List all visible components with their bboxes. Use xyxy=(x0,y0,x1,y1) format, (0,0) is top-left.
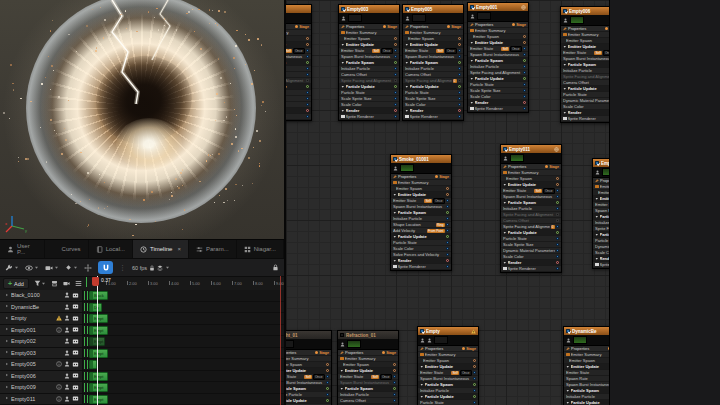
stage-ring-icon[interactable] xyxy=(393,363,397,367)
chevron-down-icon[interactable] xyxy=(503,231,507,235)
emitter-node-header[interactable]: Empty002 xyxy=(286,5,311,13)
stage-ring-icon[interactable] xyxy=(556,231,560,235)
stage-ring-icon[interactable] xyxy=(326,387,330,391)
module-enabled-checkbox[interactable] xyxy=(556,207,560,211)
stage-ring-icon[interactable] xyxy=(458,43,462,47)
expander-icon[interactable] xyxy=(5,362,9,367)
module-enabled-checkbox[interactable] xyxy=(306,55,310,59)
module-enabled-checkbox[interactable] xyxy=(523,89,527,93)
emitter-node-header[interactable]: DynamicBe xyxy=(564,327,609,335)
emitter-lifetime-bar[interactable]: Empt xyxy=(89,372,108,381)
expander-icon[interactable] xyxy=(5,373,9,378)
emitter-lifetime-bar[interactable]: Empt xyxy=(89,395,108,404)
node-row-particle-update[interactable]: Particle Update xyxy=(564,400,609,405)
emitter-thumbnail-row[interactable] xyxy=(403,13,463,24)
isolate-icon[interactable] xyxy=(563,18,568,23)
track-header[interactable]: Empty009 xyxy=(0,382,83,393)
track-row-empty002[interactable]: Empty002Empt xyxy=(0,336,284,348)
emitter-thumbnail-row[interactable] xyxy=(286,339,331,350)
stage-ring-icon[interactable] xyxy=(446,193,450,197)
emitter-thumbnail-row[interactable] xyxy=(286,13,311,24)
stage-ring-icon[interactable] xyxy=(473,383,477,387)
emitter-thumbnail-row[interactable] xyxy=(391,163,451,174)
module-enabled-checkbox[interactable] xyxy=(393,399,397,403)
emitter-lifetime-bar[interactable]: Empt xyxy=(89,326,108,335)
module-enabled-checkbox[interactable] xyxy=(446,217,450,221)
person-icon[interactable] xyxy=(64,338,70,344)
stage-ring-icon[interactable] xyxy=(306,85,310,89)
module-enabled-checkbox[interactable] xyxy=(556,189,560,193)
track-lane[interactable]: Black xyxy=(83,290,284,301)
track-row-empty011[interactable]: Empty011Empt xyxy=(0,394,284,405)
node-row-particle-state[interactable]: Particle State xyxy=(418,400,478,405)
person-icon[interactable] xyxy=(64,361,70,367)
playback-start-marker[interactable] xyxy=(86,277,88,287)
module-enabled-checkbox[interactable] xyxy=(446,265,450,269)
module-enabled-checkbox[interactable] xyxy=(446,241,450,245)
emitter-enabled-checkbox[interactable] xyxy=(340,333,344,337)
track-lane[interactable]: Empt xyxy=(83,382,284,393)
module-enabled-checkbox[interactable] xyxy=(394,49,398,53)
tab-param-[interactable]: Param... xyxy=(189,240,237,258)
stage-ring-icon[interactable] xyxy=(394,109,398,113)
track-header[interactable]: Empty xyxy=(0,313,83,324)
track-lane[interactable]: Empt xyxy=(83,348,284,359)
stage-ring-icon[interactable] xyxy=(458,109,462,113)
node-row-sprite-renderer[interactable]: Sprite Renderer xyxy=(391,264,451,270)
stage-ring-icon[interactable] xyxy=(393,369,397,373)
person-icon[interactable] xyxy=(64,396,70,402)
module-enabled-checkbox[interactable] xyxy=(473,377,477,381)
emitter-node-light_01[interactable]: Light_01PropertiesStageEmitter SummaryEm… xyxy=(286,330,332,405)
emitter-node-empty[interactable]: EmptyPropertiesStageEmitter SummaryEmitt… xyxy=(417,326,479,405)
chevron-down-icon[interactable] xyxy=(393,193,397,197)
module-enabled-checkbox[interactable] xyxy=(326,393,330,397)
chevron-down-icon[interactable] xyxy=(393,259,397,263)
track-header[interactable]: Empty002 xyxy=(0,336,83,347)
stage-ring-icon[interactable] xyxy=(446,259,450,263)
node-row-sprite-renderer[interactable]: Sprite Renderer xyxy=(286,114,311,120)
stage-ring-icon[interactable] xyxy=(306,43,310,47)
module-enabled-checkbox[interactable] xyxy=(458,91,462,95)
stage-ring-icon[interactable] xyxy=(556,261,560,265)
chevron-down-icon[interactable] xyxy=(405,109,409,113)
stage-ring-icon[interactable] xyxy=(446,211,450,215)
expander-icon[interactable] xyxy=(5,316,9,321)
module-enabled-checkbox[interactable] xyxy=(458,73,462,77)
emitter-lifetime-bar[interactable]: Empt xyxy=(89,314,108,323)
chevron-down-icon[interactable] xyxy=(563,111,567,115)
track-lane[interactable]: Empt xyxy=(83,371,284,382)
playback-end-marker[interactable] xyxy=(280,276,281,405)
module-enabled-checkbox[interactable] xyxy=(394,79,398,83)
module-enabled-checkbox[interactable] xyxy=(556,195,560,199)
emitter-enabled-checkbox[interactable] xyxy=(405,7,409,11)
node-row-sprite-renderer[interactable]: Sprite Renderer xyxy=(561,116,609,122)
track-row-empty009[interactable]: Empty009Empt xyxy=(0,382,284,394)
playhead-marker[interactable] xyxy=(92,277,99,286)
system-overview-graph[interactable]: Empty002PropertiesStageEmitter SummaryEm… xyxy=(286,0,609,405)
module-enabled-checkbox[interactable] xyxy=(394,103,398,107)
module-enabled-checkbox[interactable] xyxy=(458,103,462,107)
expander-icon[interactable] xyxy=(5,396,9,401)
isolate-icon[interactable] xyxy=(595,170,600,175)
emitter-node-header[interactable]: Empty xyxy=(418,327,478,335)
stage-ring-icon[interactable] xyxy=(306,109,310,113)
chevron-down-icon[interactable] xyxy=(470,59,474,63)
module-enabled-checkbox[interactable] xyxy=(306,67,310,71)
stage-ring-icon[interactable] xyxy=(473,395,477,399)
stage-ring-icon[interactable] xyxy=(446,235,450,239)
module-enabled-checkbox[interactable] xyxy=(556,225,560,229)
emitter-node-empty003[interactable]: Empty003PropertiesStageEmitter SummaryEm… xyxy=(338,4,400,121)
render-toggle-icon[interactable] xyxy=(72,303,79,310)
playhead-line[interactable] xyxy=(97,276,98,405)
preview-viewport[interactable]: y x xyxy=(0,0,284,239)
chevron-down-icon[interactable] xyxy=(340,387,344,391)
emitter-node-header[interactable]: Empty009 xyxy=(593,159,609,167)
module-enabled-checkbox[interactable] xyxy=(393,381,397,385)
emitter-thumbnail-row[interactable] xyxy=(338,339,398,350)
stage-ring-icon[interactable] xyxy=(326,363,330,367)
stage-ring-icon[interactable] xyxy=(523,101,527,105)
stage-ring-icon[interactable] xyxy=(523,77,527,81)
render-toggle-icon[interactable] xyxy=(72,315,79,322)
auto-key-button[interactable] xyxy=(84,264,92,272)
module-enabled-checkbox[interactable] xyxy=(523,71,527,75)
